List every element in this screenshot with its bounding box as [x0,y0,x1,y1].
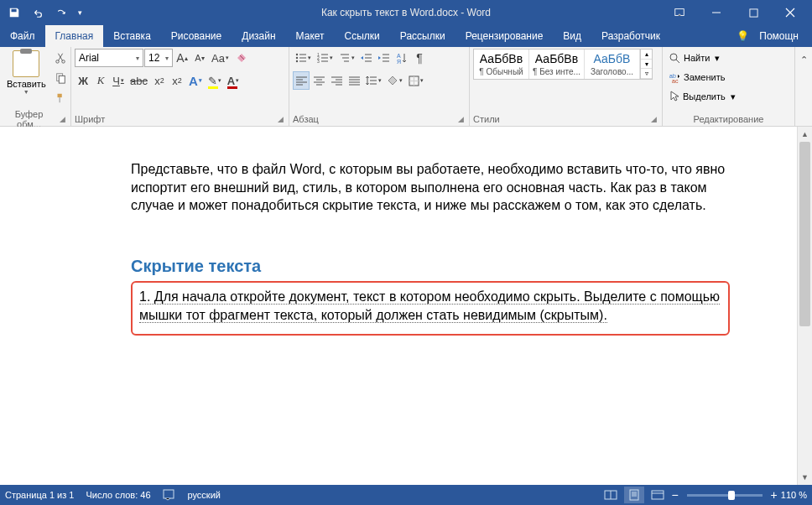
sort-button[interactable]: AЯ [393,49,410,67]
tab-file[interactable]: Файл [0,25,45,47]
highlighted-instruction-box: 1. Для начала откройте документ, текст в… [131,281,730,336]
font-name-combo[interactable]: Arial▾ [75,49,143,67]
line-spacing-button[interactable]: ▾ [363,71,384,90]
tab-draw[interactable]: Рисование [161,25,232,47]
align-left-button[interactable] [293,71,310,90]
page-indicator[interactable]: Страница 1 из 1 [5,490,74,500]
align-center-button[interactable] [310,71,327,90]
tab-layout[interactable]: Макет [286,25,335,47]
redo-button[interactable] [50,2,72,23]
paragraph-group-label: Абзац [293,114,319,124]
shrink-font-button[interactable]: A▾ [191,49,208,67]
style-scroll-up[interactable]: ▴ [641,49,652,60]
clipboard-icon [13,50,39,77]
font-dialog-launcher[interactable]: ◢ [276,115,285,123]
cursor-icon [669,91,679,102]
highlight-color-button[interactable]: ✎▾ [206,71,224,90]
tab-home[interactable]: Главная [45,25,104,47]
styles-dialog-launcher[interactable]: ◢ [649,115,658,123]
font-color-button[interactable]: A▾ [225,71,242,90]
document-page[interactable]: Представьте, что в файл Word, с которым … [0,127,797,485]
tab-review[interactable]: Рецензирование [455,25,554,47]
decrease-indent-button[interactable] [358,49,375,67]
style-no-spacing[interactable]: АаБбВв ¶ Без инте... [529,49,585,79]
tab-developer[interactable]: Разработчик [591,25,670,47]
bullets-button[interactable]: ▾ [293,49,314,67]
tab-mailings[interactable]: Рассылки [390,25,455,47]
scroll-thumb[interactable] [799,142,810,326]
change-case-button[interactable]: Aa▾ [209,49,232,67]
editing-group-label: Редактирование [694,114,764,124]
tab-view[interactable]: Вид [553,25,591,47]
italic-button[interactable]: К [92,71,109,90]
style-gallery: АаБбВв ¶ Обычный АаБбВв ¶ Без инте... Аа… [473,49,653,80]
collapse-ribbon-button[interactable]: ⌃ [795,50,812,69]
tab-references[interactable]: Ссылки [335,25,390,47]
print-layout-button[interactable] [624,487,644,503]
scroll-down-button[interactable]: ▼ [798,470,812,485]
borders-button[interactable]: ▾ [406,71,426,90]
maximize-button[interactable] [735,1,772,24]
cut-button[interactable] [51,49,70,67]
tab-insert[interactable]: Вставка [103,25,161,47]
grow-font-button[interactable]: A▴ [174,49,190,67]
ribbon-options-button[interactable] [661,1,698,24]
copy-button[interactable] [51,69,70,87]
increase-indent-button[interactable] [376,49,393,67]
underline-button[interactable]: Ч▾ [110,71,127,90]
word-count[interactable]: Число слов: 46 [86,490,150,500]
paragraph-dialog-launcher[interactable]: ◢ [456,115,466,123]
tab-design[interactable]: Дизайн [232,25,285,47]
spellcheck-button[interactable] [163,489,176,501]
text-effects-button[interactable]: A▾ [186,71,205,90]
subscript-button[interactable]: x2 [151,71,168,90]
qat-customize[interactable]: ▾ [74,2,86,23]
svg-point-3 [61,60,65,64]
svg-point-6 [296,54,298,55]
selected-text: 1. Для начала откройте документ, текст в… [139,288,721,325]
clipboard-dialog-launcher[interactable]: ◢ [58,115,67,123]
svg-rect-18 [164,490,174,498]
align-right-button[interactable] [328,71,345,90]
minimize-button[interactable] [698,1,735,24]
superscript-button[interactable]: x2 [169,71,185,90]
scroll-up-button[interactable]: ▲ [798,127,812,142]
strikethrough-button[interactable]: abc [128,71,150,90]
styles-group-label: Стили [473,114,500,124]
replace-button[interactable]: abac Заменить [666,68,739,86]
style-expand[interactable]: ▿ [641,69,652,79]
web-layout-button[interactable] [648,487,668,503]
select-button[interactable]: Выделить▾ [666,87,739,106]
svg-rect-20 [630,490,638,500]
find-button[interactable]: Найти▾ [666,49,739,67]
read-mode-button[interactable] [601,487,621,503]
tell-me-icon: 💡 [737,30,749,42]
zoom-out-button[interactable]: − [671,488,678,502]
bold-button[interactable]: Ж [75,71,91,90]
svg-point-15 [670,54,677,60]
save-button[interactable] [3,2,25,23]
numbering-button[interactable]: 123▾ [315,49,336,67]
show-marks-button[interactable]: ¶ [411,49,428,67]
font-size-combo[interactable]: 12▾ [144,49,173,67]
format-painter-button[interactable] [51,89,70,107]
undo-button[interactable] [27,2,49,23]
close-button[interactable] [772,1,809,24]
window-title: Как скрыть текст в Word.docx - Word [321,7,491,18]
ribbon: Вставить ▼ Буфер обм...◢ Arial▾ 12▾ A▴ A… [0,47,812,127]
justify-button[interactable] [346,71,362,90]
svg-text:A: A [397,53,401,59]
multilevel-list-button[interactable]: ▾ [336,49,357,67]
language-indicator[interactable]: русский [188,490,221,500]
zoom-slider[interactable] [687,494,763,497]
clear-formatting-button[interactable] [232,49,251,67]
zoom-level[interactable]: 110 % [781,490,807,500]
style-heading1[interactable]: АаБбВ Заголово... [585,49,640,79]
style-normal[interactable]: АаБбВв ¶ Обычный [474,49,529,79]
shading-button[interactable]: ▾ [385,71,405,90]
style-scroll-down[interactable]: ▾ [641,60,652,70]
tell-me[interactable]: Помощн [754,30,804,42]
paste-button[interactable]: Вставить ▼ [3,49,49,96]
vertical-scrollbar[interactable]: ▲ ▼ [797,127,812,485]
zoom-in-button[interactable]: + [771,488,778,502]
